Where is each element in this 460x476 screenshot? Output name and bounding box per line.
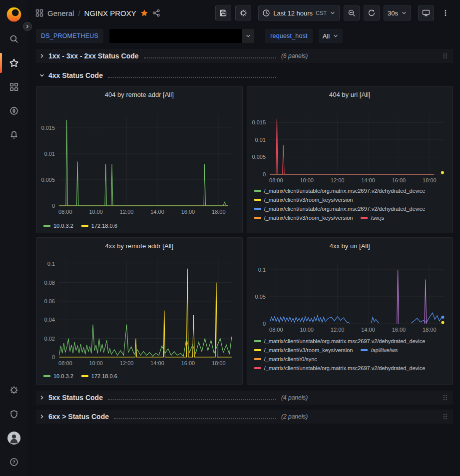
legend-swatch <box>43 375 50 377</box>
favorite-star-icon[interactable] <box>140 9 148 17</box>
svg-text:12:00: 12:00 <box>120 209 134 215</box>
sidebar-expand-button[interactable] <box>23 22 32 31</box>
refresh-interval-dropdown[interactable]: 30s <box>384 5 411 20</box>
chevron-down-icon <box>401 10 407 16</box>
legend-item[interactable]: /sw.js <box>361 214 384 221</box>
chart-404-by-remote-addr[interactable]: 08:0010:0012:0014:0016:0018:0000.0050.01… <box>40 101 238 221</box>
dashboard-settings-button[interactable] <box>235 5 251 20</box>
svg-text:0.01: 0.01 <box>255 137 265 143</box>
sidebar-item-search[interactable] <box>0 27 27 51</box>
legend-item[interactable]: /_matrix/client/unstable/org.matrix.msc2… <box>254 205 426 212</box>
sidebar-item-alerting[interactable] <box>0 123 27 147</box>
time-range-picker[interactable]: Last 12 hours CST <box>258 5 340 20</box>
row-4xx[interactable]: 4xx Status Code <box>36 69 453 82</box>
breadcrumb-folder[interactable]: General <box>47 9 74 17</box>
legend-swatch <box>81 225 88 227</box>
svg-text:0.015: 0.015 <box>41 125 55 131</box>
legend-item[interactable]: 172.18.0.6 <box>81 222 117 229</box>
panel-title[interactable]: 4xx by uri [All] <box>251 241 449 253</box>
row-6xx[interactable]: 6xx > Status Code (2 panels) <box>36 410 453 424</box>
alerting-bell-icon <box>9 130 18 139</box>
sidebar-item-help[interactable]: ? <box>0 450 27 474</box>
cycle-view-mode-button[interactable] <box>418 5 434 20</box>
svg-text:08:00: 08:00 <box>58 209 72 215</box>
row-title: 1xx - 3xx - 2xx Status Code <box>48 52 139 60</box>
row-drag-handle[interactable] <box>440 393 450 402</box>
svg-text:10:00: 10:00 <box>89 360 103 366</box>
legend-swatch <box>254 199 261 201</box>
legend-item[interactable]: 172.18.0.6 <box>81 373 117 380</box>
legend-item[interactable]: /_matrix/client/v3/room_keys/version <box>254 347 353 354</box>
svg-text:12:00: 12:00 <box>330 327 344 333</box>
svg-text:12:00: 12:00 <box>120 360 134 366</box>
svg-text:12:00: 12:00 <box>330 177 344 183</box>
legend-item[interactable]: /_matrix/client/v3/room_keys/version <box>254 196 353 203</box>
chevron-down-icon <box>242 33 254 39</box>
legend-item[interactable]: 10.0.3.2 <box>43 373 73 380</box>
svg-text:18:00: 18:00 <box>423 327 437 333</box>
legend-item[interactable]: /_matrix/client/unstable/org.matrix.msc2… <box>254 187 426 194</box>
legend-item[interactable]: /_matrix/client/unstable/org.matrix.msc2… <box>254 338 426 345</box>
row-title: 4xx Status Code <box>48 71 103 79</box>
legend-swatch <box>43 225 50 227</box>
sidebar-item-configuration[interactable] <box>0 378 27 402</box>
svg-text:18:00: 18:00 <box>423 177 437 183</box>
refresh-interval-label: 30s <box>388 9 398 17</box>
legend-item[interactable]: /_matrix/client/v3/room_keys/version <box>254 214 353 221</box>
chart-4xx-by-remote-addr[interactable]: 08:0010:0012:0014:0016:0018:0000.020.040… <box>40 253 238 372</box>
row-drag-handle[interactable] <box>440 412 450 421</box>
row-1xx-3xx-2xx[interactable]: 1xx - 3xx - 2xx Status Code (6 panels) <box>36 49 453 63</box>
panel-title[interactable]: 4xx by remote addr [All] <box>40 241 238 253</box>
search-icon <box>9 34 18 43</box>
sidebar-item-server-admin[interactable] <box>0 402 27 426</box>
star-icon <box>9 58 18 67</box>
refresh-button[interactable] <box>364 5 380 20</box>
gear-icon <box>9 386 18 395</box>
sidebar-item-starred[interactable] <box>0 51 27 75</box>
more-options-kebab-button[interactable] <box>438 5 453 20</box>
breadcrumb-separator: / <box>78 9 80 17</box>
row-drag-handle[interactable] <box>440 51 450 60</box>
sidebar-item-profile[interactable] <box>0 426 27 450</box>
svg-text:18:00: 18:00 <box>212 360 226 366</box>
chart-legend: /_matrix/client/unstable/org.matrix.msc2… <box>251 186 449 221</box>
legend-item[interactable]: /_matrix/client/unstable/org.matrix.msc2… <box>254 365 426 372</box>
legend-swatch <box>254 217 261 219</box>
sidebar-bottom: ? <box>0 378 27 476</box>
legend-swatch <box>254 190 261 192</box>
grafana-logo[interactable] <box>4 4 24 24</box>
share-icon[interactable] <box>152 9 160 17</box>
dashboard-content: 1xx - 3xx - 2xx Status Code (6 panels) 4… <box>27 46 460 476</box>
legend-swatch <box>361 349 368 351</box>
sidebar-item-explore[interactable] <box>0 99 27 123</box>
row-dotted-leader <box>114 415 276 419</box>
chevron-right-icon <box>39 53 45 59</box>
row-5xx[interactable]: 5xx Status Code (4 panels) <box>36 391 453 405</box>
panel-title[interactable]: 404 by uri [All] <box>251 89 449 101</box>
legend-item[interactable]: /api/live/ws <box>361 347 398 354</box>
datasource-dropdown[interactable] <box>109 29 254 43</box>
panel-404-by-uri: 404 by uri [All] 08:0010:0012:0014:0016:… <box>247 86 454 233</box>
row-dotted-leader <box>108 73 276 78</box>
legend-item[interactable]: 10.0.3.2 <box>43 222 73 229</box>
svg-text:10:00: 10:00 <box>89 209 103 215</box>
page-title[interactable]: NGINX PROXY <box>84 9 136 17</box>
legend-item[interactable]: /_matrix/client/r0/sync <box>254 356 317 363</box>
save-dashboard-button[interactable] <box>215 5 231 20</box>
panel-title[interactable]: 404 by remote addr [All] <box>40 89 238 101</box>
legend-swatch <box>254 340 261 342</box>
svg-text:0.015: 0.015 <box>252 119 266 125</box>
datasource-value-redacted <box>109 29 242 43</box>
svg-text:0.1: 0.1 <box>47 261 55 267</box>
svg-text:0: 0 <box>262 171 265 177</box>
row-dotted-leader <box>144 54 276 58</box>
row-header-left: 6xx > Status Code <box>39 413 281 421</box>
request-host-dropdown[interactable]: All <box>319 29 343 43</box>
chart-4xx-by-uri[interactable]: 08:0010:0012:0014:0016:0018:0000.050.1 <box>251 253 449 337</box>
save-icon <box>219 9 227 17</box>
row-title: 6xx > Status Code <box>48 413 109 421</box>
svg-text:0.1: 0.1 <box>258 267 265 273</box>
sidebar-item-dashboards[interactable] <box>0 75 27 99</box>
zoom-out-time-button[interactable] <box>344 5 360 20</box>
chart-404-by-uri[interactable]: 08:0010:0012:0014:0016:0018:0000.0050.01… <box>251 101 449 186</box>
